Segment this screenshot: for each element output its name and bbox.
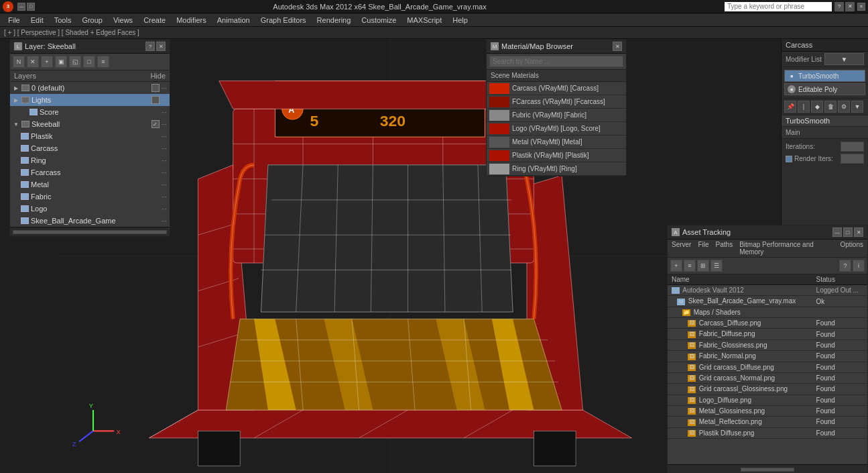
layer-new-btn[interactable]: N [13, 56, 25, 68]
asset-menu-bitmap-perf[interactable]: Bitmap Performance and Memory [739, 241, 833, 256]
menu-maxscript[interactable]: MAXScript [401, 15, 447, 25]
asset-status-maps-folder [812, 307, 867, 317]
mat-item-metal[interactable]: Metal (VRayMtl) [Metal] [487, 136, 626, 149]
asset-row-fabric-diffuse[interactable]: 🖼 Fabric_Diffuse.png Found [668, 329, 867, 339]
asset-add-btn[interactable]: + [670, 260, 682, 272]
asset-row-vault[interactable]: V Autodesk Vault 2012 Logged Out ... [668, 285, 867, 296]
menu-group[interactable]: Group [76, 15, 108, 25]
layer-item-skeeball[interactable]: ▼ Skeeball ✓ ··· [10, 118, 170, 130]
menu-create[interactable]: Create [138, 15, 171, 25]
mat-item-fabric[interactable]: Fubric (VRayMtl) [Fabric] [487, 109, 626, 122]
asset-grid-btn[interactable]: ⊞ [697, 260, 709, 272]
layer-item-fcarcass[interactable]: Fcarcass ··· [10, 166, 170, 178]
layer-check-lights[interactable] [151, 96, 160, 104]
asset-row-logo-diffuse[interactable]: 🖼 Logo_Diffuse.png Found [668, 395, 867, 405]
asset-row-fabric-glossiness[interactable]: 🖼 Fabric_Glossiness.png Found [668, 339, 867, 350]
render-iters-input[interactable]: 2 [841, 154, 864, 164]
layer-item-ring[interactable]: Ring ··· [10, 154, 170, 166]
mat-item-fcarcass[interactable]: FCarcass (VRayMtl) [Fcarcass] [487, 95, 626, 109]
menu-file[interactable]: File [3, 15, 25, 25]
layer-item-lights[interactable]: ▶ Lights ··· [10, 94, 170, 106]
render-iters-checkbox[interactable] [786, 156, 792, 162]
layer-scrollbar-track[interactable] [13, 230, 167, 234]
maximize-button[interactable]: □ [27, 3, 35, 11]
layer-item-score[interactable]: Score ··· [10, 106, 170, 118]
menu-modifiers[interactable]: Modifiers [171, 15, 212, 25]
layer-item-fabric[interactable]: Fabric ··· [10, 191, 170, 203]
modifier-list-dropdown[interactable]: ▼ [824, 53, 864, 65]
layer-item-plastik[interactable]: Plastik ··· [10, 130, 170, 142]
menu-views[interactable]: Views [108, 15, 138, 25]
pin-stack-btn[interactable]: 📌 [784, 101, 796, 113]
asset-tracking-close-btn[interactable]: ✕ [854, 227, 863, 237]
asset-menu-paths[interactable]: Paths [716, 241, 733, 256]
menu-edit[interactable]: Edit [25, 15, 49, 25]
layer-item-logo[interactable]: Logo ··· [10, 203, 170, 215]
material-search-input[interactable] [489, 56, 623, 67]
make-unique-btn[interactable]: ◆ [811, 101, 823, 113]
help-btn[interactable]: ? [834, 2, 844, 11]
menu-customize[interactable]: Customize [356, 15, 401, 25]
window-close-button[interactable]: ✕ [857, 3, 865, 11]
asset-menu-server[interactable]: Server [672, 241, 691, 256]
mat-item-carcass[interactable]: Carcass (VRayMtl) [Carcass] [487, 82, 626, 95]
layer-item-default[interactable]: ▶ 0 (default) ··· [10, 82, 170, 94]
layer-add-btn[interactable]: + [41, 56, 53, 68]
minimize-button[interactable]: — [17, 3, 25, 11]
mat-item-plastik[interactable]: Plastik (VRayMtl) [Plastik] [487, 149, 626, 162]
menu-animation[interactable]: Animation [212, 15, 255, 25]
asset-row-maxfile[interactable]: M Skee_Ball_Arcade_Game_vray.max Ok [668, 296, 867, 307]
asset-row-carcass-diffuse[interactable]: 🖼 Carcass_Diffuse.png Found [668, 318, 867, 329]
mat-item-logo[interactable]: Logo (VRayMtl) [Logo, Score] [487, 122, 626, 136]
asset-row-metal-reflection[interactable]: 🖼 Metal_Reflection.png Found [668, 417, 867, 427]
iterations-input[interactable]: 0 [841, 142, 864, 152]
layer-panel-help-btn[interactable]: ? [145, 42, 155, 51]
layer-check-default[interactable] [151, 84, 160, 92]
asset-row-grid-carcass-normal[interactable]: 🖼 Grid carcass_Normal.png Found [668, 372, 867, 383]
menu-rendering[interactable]: Rendering [312, 15, 357, 25]
layer-panel-close-btn[interactable]: ✕ [156, 42, 166, 51]
layer-delete-btn[interactable]: ✕ [27, 56, 39, 68]
remove-modifier-btn[interactable]: 🗑 [824, 101, 836, 113]
asset-row-metal-glossiness[interactable]: 🖼 Metal_Glossiness.png Found [668, 405, 867, 416]
layer-select-none-btn[interactable]: □ [83, 56, 95, 68]
asset-menu-options[interactable]: Options [841, 241, 863, 256]
asset-list-btn[interactable]: ≡ [684, 260, 696, 272]
menu-help[interactable]: Help [447, 15, 473, 25]
mat-item-ring[interactable]: Ring (VRayMtl) [Ring] [487, 162, 626, 176]
asset-tracking-max-btn[interactable]: □ [843, 227, 853, 237]
asset-row-plastik-diffuse[interactable]: 🖼 Plastik Diffuse.png Found [668, 427, 867, 438]
show-end-result-btn[interactable]: | [798, 101, 810, 113]
asset-hscrollbar-thumb[interactable] [741, 468, 794, 472]
layer-expand-btn[interactable]: ≡ [97, 56, 109, 68]
help-search-input[interactable] [725, 2, 832, 11]
asset-help-btn[interactable]: ? [839, 260, 851, 272]
material-browser-close-btn[interactable]: ✕ [613, 42, 622, 51]
close-help-btn[interactable]: ✕ [845, 2, 855, 11]
asset-info-btn[interactable]: i [853, 260, 865, 272]
layer-check-skeeball[interactable]: ✓ [151, 120, 160, 128]
modifier-editablepoly[interactable]: ■ Editable Poly [784, 83, 865, 95]
layer-scrollbar[interactable] [10, 227, 170, 236]
asset-row-maps-folder[interactable]: 📁 Maps / Shaders [668, 307, 867, 317]
layer-item-carcass[interactable]: Carcass ··· [10, 142, 170, 154]
asset-row-grid-carcass-diffuse[interactable]: 🖼 Grid carcass_Diffuse.png Found [668, 362, 867, 372]
configure-modifier-btn[interactable]: ⚙ [838, 101, 850, 113]
asset-menu-file[interactable]: File [698, 241, 708, 256]
asset-name-plastik-diffuse: 🖼 Plastik Diffuse.png [668, 427, 812, 438]
layer-item-skee-ball-arcade[interactable]: Skee_Ball_Arcade_Game ··· [10, 215, 170, 227]
right-controls: ? ✕ [834, 2, 855, 11]
modifier-turbosmoothmod[interactable]: ■ TurboSmooth [784, 70, 865, 82]
asset-row-fabric-normal[interactable]: 🖼 Fabric_Normal.png Found [668, 351, 867, 362]
menu-graph-editors[interactable]: Graph Editors [255, 15, 312, 25]
layer-select-all-btn[interactable]: ▣ [55, 56, 67, 68]
asset-table-container[interactable]: Name Status V Autodesk Vault 2012 Logged… [668, 274, 867, 464]
asset-row-grid-carcassl-glossiness[interactable]: 🖼 Grid carcassl_Glossiness.png Found [668, 384, 867, 395]
asset-hscrollbar[interactable] [668, 464, 867, 473]
more-btn[interactable]: ▼ [851, 101, 863, 113]
layer-select-invert-btn[interactable]: ◱ [69, 56, 81, 68]
asset-tracking-min-btn[interactable]: — [832, 227, 842, 237]
layer-item-metal[interactable]: Metal ··· [10, 178, 170, 191]
asset-detail-btn[interactable]: ☰ [710, 260, 723, 272]
menu-tools[interactable]: Tools [49, 15, 77, 25]
